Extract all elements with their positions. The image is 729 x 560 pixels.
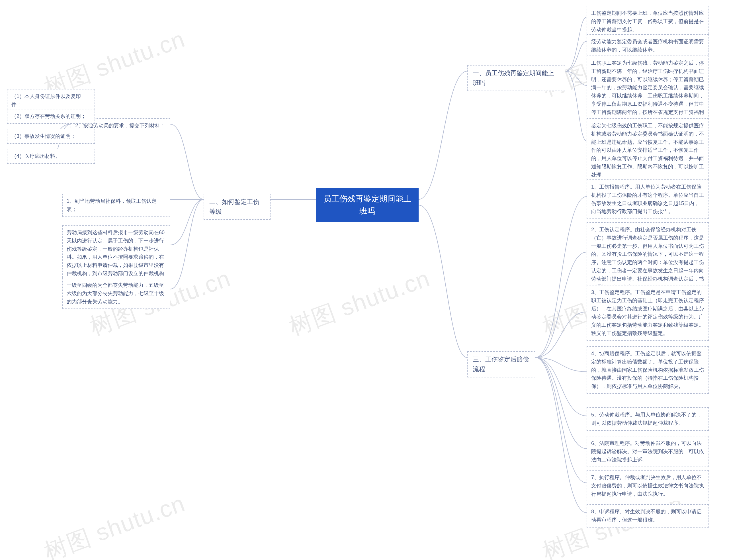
leaf-s3-0[interactable]: 1、工伤报告程序。用人单位为劳动者在工伤保险机构投了工伤保险的才有这个程序。单位… xyxy=(587,179,709,219)
leaf-s2-sub2-3[interactable]: （4）医疗病历材料。 xyxy=(7,149,95,164)
watermark: 树图 shutu.cn xyxy=(40,488,189,560)
leaf-s2-sub1[interactable]: 1、到当地劳动局社保科，领取工伤认定表； xyxy=(62,194,170,217)
watermark: 树图 shutu.cn xyxy=(285,263,434,343)
leaf-s3-5[interactable]: 6、法院审理程序。对劳动仲裁不服的，可以向法院提起诉讼解决。对一审法院判决不服的… xyxy=(587,436,709,467)
leaf-s1-3[interactable]: 鉴定为七级伤残的工伤职工，不能按规定提供医疗机构或者劳动能力鉴定委员会书面确认证… xyxy=(587,118,709,183)
leaf-s2-sub2-2[interactable]: （3）事故发生情况的证明； xyxy=(7,129,95,144)
leaf-s2-sub2-1[interactable]: （2）双方存在劳动关系的证明； xyxy=(7,109,95,124)
leaf-s1-2[interactable]: 工伤职工鉴定为七级伤残，劳动能力鉴定之后，停工留薪期不满一年的，经治疗工伤医疗机… xyxy=(587,56,709,128)
branch-1[interactable]: 一、员工伤残再鉴定期间能上班吗 xyxy=(467,65,565,91)
leaf-s3-3[interactable]: 4、协商赔偿程序。工伤鉴定以后，就可以依据鉴定的标准计算出赔偿数额了。单位投了工… xyxy=(587,346,709,394)
leaf-s1-0[interactable]: 工伤鉴定期间不需要上班，单位应当按照伤情对应的停工留薪期支付工资，俗称误工费，但… xyxy=(587,6,709,37)
leaf-s2-extra1[interactable]: 一级至四级的为全部丧失劳动能力，五级至六级的为大部分丧失劳动能力，七级至十级的为… xyxy=(62,278,170,309)
leaf-s3-7[interactable]: 8、申诉程序。对生效判决不服的，则可以申请启动再审程序，但这一般很难。 xyxy=(587,504,709,528)
leaf-s3-4[interactable]: 5、劳动仲裁程序。与用人单位协商解决不了的，则可以依据劳动仲裁法规提起仲裁程序。 xyxy=(587,407,709,431)
root-node[interactable]: 员工伤残再鉴定期间能上班吗 xyxy=(316,188,418,222)
branch-3[interactable]: 三、工伤鉴定后赔偿流程 xyxy=(467,351,535,377)
branch-2[interactable]: 二、如何鉴定工伤等级 xyxy=(204,194,271,220)
leaf-s1-1[interactable]: 经劳动能力鉴定委员会或者医疗机构书面证明需要继续休养的，可以继续休养。 xyxy=(587,34,709,58)
leaf-s3-2[interactable]: 3、工伤鉴定程序。工伤鉴定是在申请工伤鉴定的职工被认定为工伤的基础上（即走完工伤… xyxy=(587,285,709,341)
leaf-s3-6[interactable]: 7、执行程序。仲裁或者判决生效后，用人单位不支付赔偿费的，则可以依据生效法律文书… xyxy=(587,470,709,501)
leaf-s3-1[interactable]: 2、工伤认定程序。由社会保险经办机构对工伤（亡）事故进行调查确定是否属工伤的程序… xyxy=(587,222,709,295)
